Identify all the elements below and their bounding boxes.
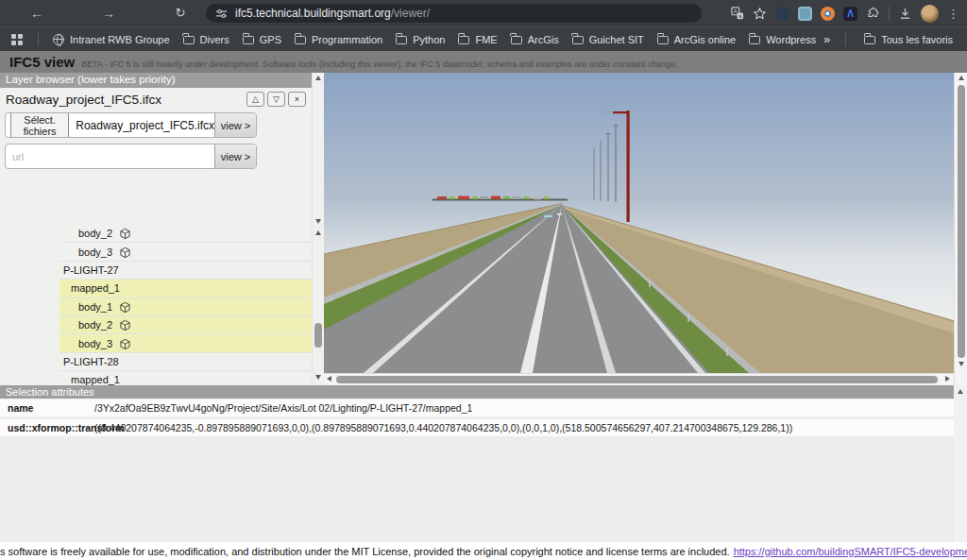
selected-file-name: Roadway_project_IFC5.ifcx xyxy=(76,119,214,132)
panel-scrollbar[interactable] xyxy=(312,73,324,385)
scroll-up-icon[interactable] xyxy=(958,389,963,394)
extension-icon[interactable] xyxy=(775,7,789,21)
layer-browser-panel: Layer browser (lower takes priority) Roa… xyxy=(0,73,312,385)
back-icon[interactable]: ← xyxy=(28,5,45,22)
scrollbar-thumb[interactable] xyxy=(314,323,322,348)
reload-icon[interactable]: ↻ xyxy=(172,5,189,22)
attribute-row: usd::xformop::transform ((0.440207874064… xyxy=(0,419,954,436)
layer-browser-body: Roadway_project_IFC5.ifcx △ ▽ × Sélect. … xyxy=(0,88,312,385)
viewport-horizontal-scrollbar[interactable] xyxy=(324,373,954,385)
selection-attributes-panel: Selection attributes name /3Yx2afOa9EB9z… xyxy=(0,385,967,542)
bookmarks-overflow-chevron[interactable]: » xyxy=(820,32,834,46)
scroll-down-icon[interactable] xyxy=(315,375,321,380)
layer-browser-header: Layer browser (lower takes priority) xyxy=(0,73,312,88)
scrollbar-thumb[interactable] xyxy=(958,85,965,358)
bookmark-item[interactable]: Wordpress xyxy=(742,31,816,48)
attributes-scrollbar[interactable] xyxy=(954,385,967,542)
translate-icon[interactable]: A a xyxy=(731,7,744,20)
tree-item[interactable]: body_2 xyxy=(59,225,312,243)
extension-icon[interactable] xyxy=(798,7,812,21)
tree-item[interactable]: P-LIGHT-27 xyxy=(59,262,312,280)
file-input-row: Sélect. fichiers Roadway_project_IFC5.if… xyxy=(5,112,257,138)
layer-tree: body_2 body_3 P-LIGHT-27 mapped_1 body_1… xyxy=(59,225,312,385)
folder-icon xyxy=(657,36,669,44)
road-mark xyxy=(557,213,562,215)
selection-attributes-header: Selection attributes xyxy=(0,385,954,399)
distant-structures xyxy=(433,196,568,200)
attributes-table: name /3Yx2afOa9EB9zTwvU4goNg/Project/Sit… xyxy=(0,399,967,436)
folder-icon xyxy=(243,36,254,44)
layer-close-button[interactable]: × xyxy=(288,92,306,107)
all-bookmarks-button[interactable]: Tous les favoris xyxy=(857,31,959,48)
main-area: Layer browser (lower takes priority) Roa… xyxy=(0,73,967,385)
scroll-up-icon[interactable] xyxy=(315,230,321,235)
folder-icon xyxy=(295,36,306,44)
bookmark-item[interactable]: FME xyxy=(451,31,503,48)
profile-avatar[interactable] xyxy=(921,5,939,23)
tree-item[interactable]: P-LIGHT-28 xyxy=(59,353,312,371)
layer-title-row: Roadway_project_IFC5.ifcx △ ▽ × xyxy=(0,88,312,110)
scroll-down-icon[interactable] xyxy=(959,362,964,366)
browser-window: ← → ↻ ifc5.technical.buildingsmart.org/v… xyxy=(0,0,967,560)
bookmark-item[interactable]: Programmation xyxy=(288,31,389,48)
bookmark-item[interactable]: Python xyxy=(389,31,451,48)
url-input[interactable] xyxy=(10,151,214,162)
tree-item[interactable]: mapped_1 xyxy=(59,280,312,297)
geometry-cube-icon xyxy=(119,319,131,331)
tree-item[interactable]: body_1 xyxy=(59,298,312,316)
bookmark-item[interactable]: ArcGis xyxy=(504,31,566,48)
view-file-button[interactable]: view > xyxy=(214,113,256,137)
extension-icon[interactable] xyxy=(821,7,835,21)
scrollbar-thumb[interactable] xyxy=(336,376,938,383)
geometry-cube-icon xyxy=(119,228,131,240)
layer-move-down-button[interactable]: ▽ xyxy=(267,92,285,107)
apps-grid-icon[interactable] xyxy=(11,34,23,45)
bookmark-item[interactable]: GPS xyxy=(236,31,288,48)
url-text: ifc5.technical.buildingsmart.org/viewer/ xyxy=(235,7,430,20)
bookmark-item[interactable]: ArcGis online xyxy=(651,31,742,48)
bookmarks-divider xyxy=(845,33,846,46)
beta-note: BETA - IFC 5 is still heavily under deve… xyxy=(81,59,678,69)
menu-kebab-icon[interactable]: ⋮ xyxy=(947,7,959,21)
folder-icon xyxy=(396,36,407,44)
page-header: IFC5 view BETA - IFC 5 is still heavily … xyxy=(0,51,967,73)
scroll-up-icon[interactable] xyxy=(959,76,964,80)
extensions-puzzle-icon[interactable] xyxy=(866,7,880,21)
page-title: IFC5 view xyxy=(9,54,75,70)
folder-icon xyxy=(572,36,584,44)
tree-item[interactable]: mapped_1 xyxy=(59,371,312,385)
scroll-right-icon[interactable] xyxy=(945,376,950,382)
scroll-left-icon[interactable] xyxy=(327,376,331,382)
forward-icon[interactable]: → xyxy=(100,5,117,22)
view-url-button[interactable]: view > xyxy=(214,144,256,168)
globe-icon xyxy=(53,34,64,45)
bookmark-item[interactable]: Guichet SIT xyxy=(566,31,651,48)
layer-title: Roadway_project_IFC5.ifcx xyxy=(6,93,244,107)
road-mark xyxy=(544,215,552,217)
bookmarks-bar: Intranet RWB Groupe Divers GPS Programma… xyxy=(0,26,967,51)
site-settings-icon[interactable] xyxy=(215,8,228,20)
license-text: This software is freely available for us… xyxy=(0,546,730,557)
tree-item[interactable]: body_2 xyxy=(59,316,312,334)
viewport-3d-scene[interactable] xyxy=(324,73,954,373)
bookmark-item[interactable]: Divers xyxy=(177,31,236,48)
layer-move-up-button[interactable]: △ xyxy=(246,92,264,107)
license-link[interactable]: https://github.com/buildingSMART/IFC5-de… xyxy=(734,546,967,557)
address-bar[interactable]: ifc5.technical.buildingsmart.org/viewer/ xyxy=(206,4,702,23)
folder-icon xyxy=(749,36,760,44)
bookmark-item[interactable]: Intranet RWB Groupe xyxy=(46,31,177,48)
downloads-icon[interactable] xyxy=(898,7,912,21)
folder-icon xyxy=(864,36,875,44)
choose-file-button[interactable]: Sélect. fichiers xyxy=(10,113,69,137)
attribute-row: name /3Yx2afOa9EB9zTwvU4goNg/Project/Sit… xyxy=(0,399,954,416)
tree-item[interactable]: body_3 xyxy=(59,243,312,261)
viewport-3d-canvas[interactable] xyxy=(324,73,954,373)
folder-icon xyxy=(458,36,469,44)
geometry-cube-icon xyxy=(119,338,131,350)
viewport-vertical-scrollbar[interactable] xyxy=(954,73,967,385)
extension-icon[interactable]: Λ xyxy=(843,7,857,21)
tree-item[interactable]: body_3 xyxy=(59,334,312,352)
scroll-down-icon[interactable] xyxy=(315,219,321,224)
scroll-up-icon[interactable] xyxy=(315,76,321,80)
bookmark-star-icon[interactable] xyxy=(753,7,767,21)
